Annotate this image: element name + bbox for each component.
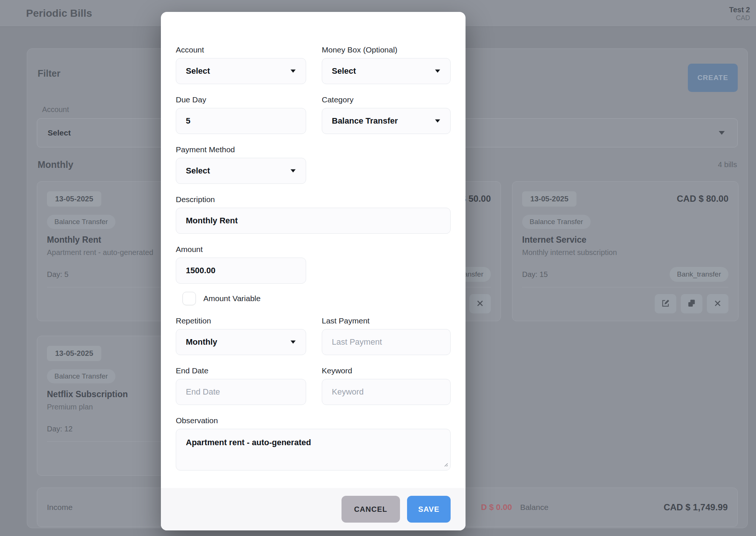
bill-category-badge: Balance Transfer: [522, 215, 591, 229]
resize-handle-icon[interactable]: [443, 462, 448, 468]
account-select-value: Select: [186, 66, 210, 76]
bill-card: 13-05-2025 CAD $ 80.00 Balance Transfer …: [512, 181, 738, 321]
card-divider: [522, 287, 728, 287]
bill-amount: CAD $ 80.00: [677, 191, 728, 204]
category-select[interactable]: Balance Transfer: [322, 108, 451, 134]
create-button[interactable]: CREATE: [688, 64, 738, 92]
edit-bill-button[interactable]: [655, 294, 676, 313]
save-button[interactable]: SAVE: [407, 496, 451, 523]
bill-date-badge: 13-05-2025: [47, 191, 101, 207]
money-box-select[interactable]: Select: [322, 58, 451, 84]
delete-bill-button[interactable]: [707, 294, 728, 313]
modal-footer: CANCEL SAVE: [161, 488, 466, 530]
end-date-label: End Date: [176, 366, 306, 375]
due-day-input[interactable]: [176, 108, 306, 134]
monthly-heading: Monthly: [38, 159, 73, 170]
account-info: Test 2 CAD: [729, 4, 750, 22]
observation-textarea[interactable]: Apartment rent - auto-generated: [176, 429, 451, 470]
filter-heading: Filter: [38, 64, 60, 79]
bill-category-badge: Balance Transfer: [47, 369, 115, 383]
observation-label: Observation: [176, 416, 451, 425]
amount-variable-checkbox[interactable]: [182, 292, 196, 305]
chevron-down-icon: [290, 70, 296, 73]
bill-date-badge: 13-05-2025: [47, 346, 101, 361]
bill-day: Day: 5: [47, 270, 69, 279]
description-input[interactable]: [176, 208, 451, 234]
last-payment-label: Last Payment: [322, 316, 451, 325]
chevron-down-icon: [290, 169, 296, 173]
balance-label: Balance: [520, 503, 549, 512]
keyword-label: Keyword: [322, 366, 451, 375]
bill-name: Internet Service: [522, 235, 728, 245]
bill-date-badge: 13-05-2025: [522, 191, 576, 207]
chevron-down-icon: [435, 70, 440, 73]
repetition-label: Repetition: [176, 316, 306, 325]
account-currency: CAD: [729, 14, 750, 22]
bill-day: Day: 12: [47, 425, 73, 433]
category-label: Category: [322, 95, 451, 104]
last-payment-input[interactable]: [322, 329, 451, 355]
end-date-input[interactable]: [176, 379, 306, 405]
filter-account-select-value: Select: [48, 128, 71, 137]
account-select[interactable]: Select: [176, 58, 306, 84]
keyword-input[interactable]: [322, 379, 451, 405]
repetition-select[interactable]: Monthly: [176, 329, 306, 355]
payment-method-select[interactable]: Select: [176, 158, 306, 184]
payment-method-label: Payment Method: [176, 145, 306, 154]
balance-amount: CAD $ 1,749.99: [664, 502, 728, 513]
close-icon: [713, 299, 722, 309]
bill-payment-badge: Bank_transfer: [670, 267, 728, 282]
delete-bill-button[interactable]: [469, 294, 491, 313]
duplicate-bill-button[interactable]: [681, 294, 702, 313]
account-label: Account: [176, 45, 306, 54]
description-label: Description: [176, 195, 451, 204]
page-title: Periodic Bills: [26, 7, 92, 19]
cancel-button[interactable]: CANCEL: [342, 496, 400, 523]
copy-icon: [687, 299, 696, 309]
income-label: Income: [47, 503, 73, 512]
bills-count: 4 bills: [718, 160, 737, 169]
repetition-select-value: Monthly: [186, 337, 217, 347]
due-day-label: Due Day: [176, 95, 306, 104]
bill-category-badge: Balance Transfer: [47, 215, 115, 229]
money-box-select-value: Select: [332, 66, 356, 76]
chevron-down-icon: [290, 341, 296, 344]
close-icon: [475, 299, 485, 309]
edit-icon: [661, 299, 670, 309]
amount-variable-label: Amount Variable: [203, 294, 261, 303]
account-name: Test 2: [729, 5, 750, 14]
amount-label: Amount: [176, 245, 306, 254]
money-box-label: Money Box (Optional): [322, 45, 451, 54]
bill-edit-modal: Account Select Money Box (Optional) Sele…: [161, 12, 466, 530]
bill-description: Monthly internet subscription: [522, 248, 728, 257]
bill-day: Day: 15: [522, 270, 548, 279]
amount-input[interactable]: [176, 258, 306, 284]
category-select-value: Balance Transfer: [332, 116, 398, 126]
expense-amount: D $ 0.00: [481, 502, 512, 512]
chevron-down-icon: [435, 119, 440, 123]
payment-method-select-value: Select: [186, 166, 210, 176]
chevron-down-icon: [719, 131, 725, 135]
